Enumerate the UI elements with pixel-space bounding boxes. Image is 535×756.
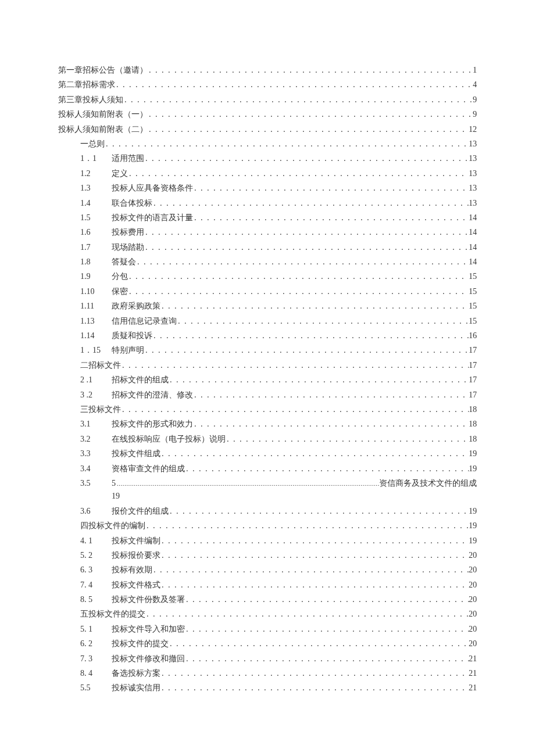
toc-entry-label: 报价文件的组成 (112, 505, 169, 518)
toc-entry: 7. 3投标文件修改和撤回21 (58, 653, 477, 665)
toc-entry-label: 投标人应具备资格条件 (112, 182, 193, 195)
toc-entry: 1.6投标费用14 (58, 226, 477, 239)
toc-entry-special: 3.55资信商务及技术文件的组成19 (58, 477, 477, 503)
toc-entry-page: 20 (469, 549, 477, 562)
toc-entry-num: 1.11 (58, 300, 112, 313)
toc-entry-num-leader: 5 (112, 477, 116, 490)
toc-entry-label: 招标文件的澄清、修改 (112, 389, 193, 402)
toc-entry-page: 13 (469, 182, 477, 195)
toc-entry-label: 投标人须知前附表（二） (58, 123, 148, 136)
toc-entry-num: 三 (58, 403, 88, 416)
toc-leader (160, 549, 469, 562)
toc-entry-num: 1.2 (58, 167, 112, 180)
toc-entry: 3.2在线投标响应（电子投标）说明18 (58, 433, 477, 446)
toc-entry-page: 15 (469, 270, 477, 283)
toc-entry-page: 17 (469, 359, 477, 372)
toc-entry-page: 14 (469, 241, 477, 254)
toc-entry: 1.4联合体投标13 (58, 197, 477, 210)
toc-entry: 1.9分包15 (58, 270, 477, 283)
toc-entry-label: 在线投标响应（电子投标）说明 (112, 433, 226, 446)
toc-entry-label: 投标文件格式 (112, 579, 160, 592)
toc-entry-num: 7. 4 (58, 579, 112, 592)
toc-entry-label: 分包 (112, 270, 128, 283)
toc-entry-page: 20 (469, 579, 477, 592)
toc-leader (148, 64, 473, 77)
toc-leader (152, 329, 469, 342)
toc-entry-label: 投标文件的形式和效力 (112, 418, 193, 431)
toc-leader (185, 463, 469, 475)
toc-entry: 五投标文件的提交20 (58, 608, 477, 621)
toc-entry: 3 .2招标文件的澄清、修改17 (58, 389, 477, 402)
toc-entry-num: 6. 3 (58, 564, 112, 576)
toc-entry-page: 19 (469, 505, 477, 518)
toc-entry-label: 投标文件的编制 (88, 519, 145, 532)
toc-entry-num: 1.4 (58, 197, 112, 210)
toc-leader (160, 447, 469, 460)
toc-entry-num: 3.2 (58, 433, 112, 446)
toc-entry-page: 14 (469, 256, 477, 268)
toc-entry-num: 1.10 (58, 285, 112, 298)
toc-entry: 投标人须知前附表（二）12 (58, 123, 477, 136)
toc-leader (121, 403, 469, 416)
toc-leader (185, 653, 469, 665)
toc-entry: 三投标文件18 (58, 403, 477, 416)
toc-entry-num: 1.14 (58, 329, 112, 342)
toc-entry-page: 19 (469, 447, 477, 460)
toc-entry-label: 投标文件编制 (112, 535, 160, 547)
toc-entry: 3.3投标文件组成19 (58, 447, 477, 460)
toc-entry-num: 3.3 (58, 447, 112, 460)
toc-entry-num: 3 .2 (58, 389, 112, 402)
toc-entry-trail: 资信商务及技术文件的组成 (379, 477, 477, 490)
toc-entry-num: 5.5 (58, 682, 112, 694)
toc-leader (152, 197, 469, 210)
toc-entry-page: 20 (469, 593, 477, 606)
toc-entry-label: 备选投标方案 (112, 667, 160, 680)
toc-entry-page: 1 (473, 64, 477, 77)
toc-entry-label: 保密 (112, 285, 128, 298)
toc-entry-num: 4. 1 (58, 535, 112, 547)
toc-leader (152, 564, 469, 576)
toc-leader (193, 389, 469, 402)
toc-entry: 1.7现场踏勘14 (58, 241, 477, 254)
toc-entry-page: 14 (469, 226, 477, 239)
toc-entry-label: 第一章招标公告（邀请） (58, 64, 148, 77)
toc-entry-page: 19 (469, 535, 477, 547)
toc-entry-label: 适用范围 (112, 152, 144, 165)
toc-entry-num: 5. 1 (58, 623, 112, 636)
toc-entry-num: 五 (58, 608, 88, 621)
toc-entry-num: 1．15 (58, 344, 112, 357)
toc-entry-page: 18 (469, 418, 477, 431)
toc-leader (148, 108, 473, 121)
toc-entry-num: 5. 2 (58, 549, 112, 562)
toc-entry-page: 17 (469, 374, 477, 386)
toc-entry-label: 投标文件的提交 (88, 608, 145, 621)
toc-leader (148, 123, 469, 136)
toc-entry: 1．15特别声明17 (58, 344, 477, 357)
toc-entry-num: 二 (58, 359, 88, 372)
toc-entry-label: 投标人须知前附表（一） (58, 108, 148, 121)
toc-leader (144, 241, 469, 254)
toc-leader (160, 682, 469, 694)
toc-entry-label: 投标有效期 (112, 564, 152, 576)
toc-entry: 1.11政府采购政策15 (58, 300, 477, 313)
toc-entry-num: 3.4 (58, 463, 112, 475)
toc-leader (169, 505, 469, 518)
toc-entry-page: 15 (469, 285, 477, 298)
toc-leader (160, 535, 469, 547)
toc-leader (121, 359, 469, 372)
toc-leader (193, 212, 469, 224)
toc-entry-page: 19 (469, 463, 477, 475)
toc-entry-num: 1．1 (58, 152, 112, 165)
toc-leader (169, 637, 469, 650)
toc-entry: 1.14质疑和投诉16 (58, 329, 477, 342)
toc-entry-num: 1.9 (58, 270, 112, 283)
toc-entry-label: 投标文件导入和加密 (112, 623, 185, 636)
toc-entry-label: 第二章招标需求 (58, 78, 115, 91)
toc-leader (116, 479, 379, 489)
toc-entry-label: 总则 (88, 138, 105, 151)
toc-entry: 二招标文件17 (58, 359, 477, 372)
toc-entry-page: 20 (469, 564, 477, 576)
toc-entry-label: 投标报价要求 (112, 549, 160, 562)
toc-leader (144, 226, 469, 239)
toc-entry: 1．1适用范围13 (58, 152, 477, 165)
